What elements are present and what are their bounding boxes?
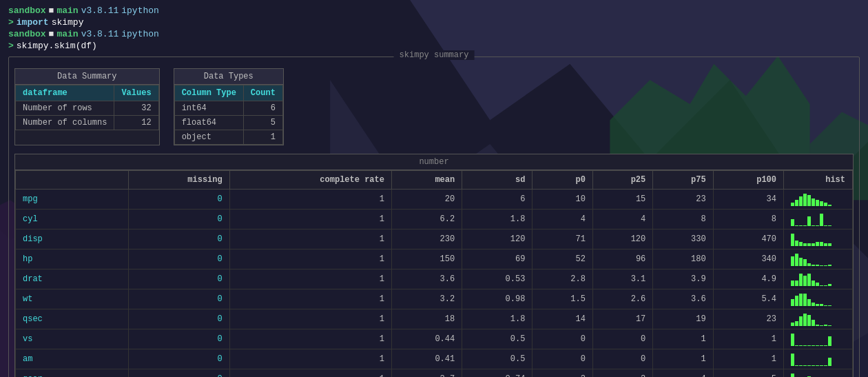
- data-summary-table: Data Summary dataframe Values Number of …: [14, 68, 160, 145]
- row-mean: 3.6: [391, 269, 462, 289]
- data-table: missingcomplete ratemeansdp0p25p75p100hi…: [15, 170, 853, 377]
- cmd-module: skimpy: [52, 17, 84, 28]
- hist-bar: [795, 321, 798, 326]
- hist-bar: [824, 305, 827, 306]
- data-header-0: [16, 171, 129, 190]
- hist-bar: [795, 241, 798, 246]
- row-hist: [784, 369, 853, 378]
- row-p25: 17: [592, 309, 652, 329]
- row-sd: 1.8: [462, 309, 533, 329]
- hist-bar: [807, 195, 811, 206]
- row-missing: 0: [129, 190, 230, 210]
- row-p75: 330: [653, 230, 713, 249]
- row-sd: 0.53: [462, 269, 533, 289]
- row-hist: [784, 230, 853, 249]
- row-p0: 71: [533, 230, 592, 249]
- prompt-arrow-2: >: [8, 41, 14, 51]
- row-p0: 14: [533, 309, 592, 329]
- data-header-8: p100: [713, 171, 783, 190]
- row-p75: 4: [653, 369, 713, 378]
- hist-bar: [828, 243, 831, 246]
- table-row: cyl016.21.84488: [16, 210, 853, 230]
- terminal-line-1: sandbox ■ main v3.8.11 ipython: [8, 6, 860, 16]
- hist-bar: [791, 374, 794, 377]
- row-name: gear: [16, 369, 129, 378]
- table-row: drat013.60.532.83.13.94.9: [16, 269, 853, 289]
- hist-bar: [820, 201, 823, 206]
- data-header-1: missing: [129, 171, 230, 190]
- hist-bar: [795, 200, 798, 206]
- terminal-cmd-1: > import skimpy: [8, 17, 860, 28]
- cmd-import: import: [17, 17, 49, 28]
- table-row: am010.410.50011: [16, 349, 853, 369]
- row-p75: 23: [653, 190, 713, 210]
- table-row: Number of rows32: [16, 101, 159, 116]
- table-row: hp01150695296180340: [16, 249, 853, 269]
- hist-bar: [807, 299, 811, 306]
- row-p25: 0: [592, 349, 652, 369]
- hist-bar: [791, 234, 794, 246]
- hist-bar: [795, 365, 798, 366]
- hist-bar: [812, 225, 815, 226]
- table-row: mpg0120610152334: [16, 190, 853, 210]
- row-sd: 0.98: [462, 289, 533, 309]
- hist-bar: [820, 365, 823, 366]
- row-p0: 10: [533, 190, 592, 210]
- table-row: qsec01181.814171923: [16, 309, 853, 329]
- hist-bar: [807, 315, 811, 326]
- hist-bar: [791, 203, 794, 206]
- row-hist: [784, 269, 853, 289]
- table-cell: 32: [114, 101, 158, 116]
- row-mean: 0.41: [391, 349, 462, 369]
- data-types-title: Data Types: [174, 69, 283, 85]
- row-p75: 180: [653, 249, 713, 269]
- row-name: vs: [16, 329, 129, 349]
- row-p25: 2.6: [592, 289, 652, 309]
- row-p100: 1: [713, 349, 783, 369]
- hist-bar: [824, 325, 827, 326]
- hist-bar: [799, 294, 803, 306]
- row-complete: 1: [229, 190, 391, 210]
- row-p100: 23: [713, 309, 783, 329]
- data-header-7: p75: [653, 171, 713, 190]
- row-complete: 1: [229, 249, 391, 269]
- row-missing: 0: [129, 249, 230, 269]
- row-sd: 1.8: [462, 210, 533, 230]
- hist-bar: [828, 225, 831, 226]
- row-missing: 0: [129, 210, 230, 230]
- row-missing: 0: [129, 309, 230, 329]
- hist-bar: [803, 243, 807, 246]
- hist-bar: [812, 320, 815, 326]
- hist-bar: [820, 285, 823, 286]
- data-types-table: Data Types Column Type Count int646float…: [174, 68, 284, 145]
- hist-bar: [791, 219, 794, 226]
- hist-bar: [807, 365, 811, 366]
- hist-bar: [791, 323, 794, 326]
- data-header-6: p25: [592, 171, 652, 190]
- table-cell: float64: [174, 116, 243, 130]
- row-p100: 4.9: [713, 269, 783, 289]
- row-p0: 1.5: [533, 289, 592, 309]
- row-mean: 150: [391, 249, 462, 269]
- row-p75: 1: [653, 329, 713, 349]
- table-row: wt013.20.981.52.63.65.4: [16, 289, 853, 309]
- hist-bar: [803, 345, 807, 346]
- row-hist: [784, 289, 853, 309]
- hist-bar: [812, 243, 815, 246]
- hist-bar: [807, 263, 811, 266]
- table-cell: 6: [243, 101, 282, 116]
- prompt-arrow-1: >: [8, 17, 14, 28]
- prompt-branch-1: main: [56, 6, 78, 16]
- row-p0: 2.8: [533, 269, 592, 289]
- hist-bar: [791, 354, 794, 366]
- row-complete: 1: [229, 329, 391, 349]
- table-cell: 5: [243, 116, 282, 130]
- hist-bar: [791, 334, 794, 346]
- row-p75: 8: [653, 210, 713, 230]
- row-p0: 3: [533, 369, 592, 378]
- row-p0: 0: [533, 329, 592, 349]
- row-sd: 120: [462, 230, 533, 249]
- hist-bar: [799, 316, 803, 326]
- hist-bar: [807, 345, 811, 346]
- hist-bar: [828, 284, 831, 286]
